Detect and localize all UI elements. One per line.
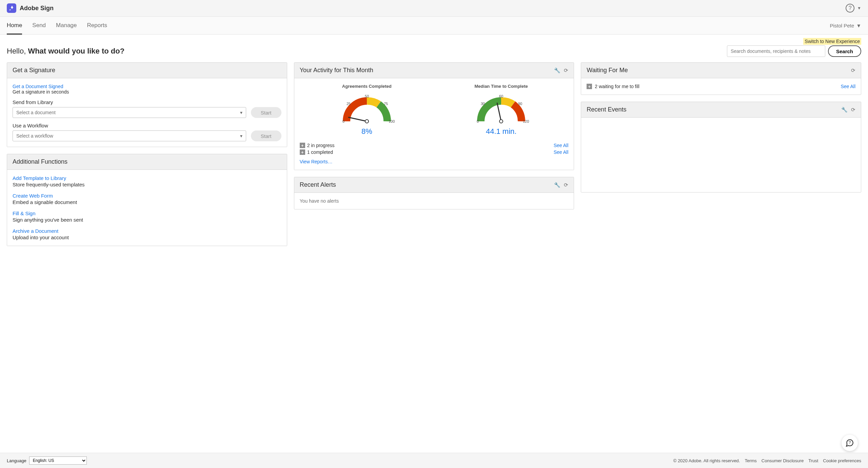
select-workflow-value: Select a workflow [16, 133, 53, 139]
refresh-icon[interactable]: ⟳ [564, 182, 568, 188]
select-document-row: Select a document ▾ Start [13, 107, 281, 118]
gauges: Agreements Completed 0 25 50 75 [300, 84, 569, 136]
panel-waiting: Waiting For Me ⟳ + 2 waiting for me to f… [581, 62, 861, 95]
user-menu[interactable]: Pistol Pete ▼ [830, 23, 861, 28]
activity-progress: + 2 in progress [300, 143, 335, 148]
panel-waiting-tools: ⟳ [851, 67, 855, 74]
panel-events-body [581, 118, 861, 192]
svg-text:25: 25 [347, 102, 351, 106]
select-workflow-row: Select a workflow ▾ Start [13, 130, 281, 141]
gauge-agreements-value: 8% [336, 127, 397, 136]
switch-experience-link[interactable]: Switch to New Experience [803, 38, 861, 45]
func-add-template: Add Template to Library Store frequently… [13, 175, 281, 187]
archive-desc: Upload into your account [13, 235, 281, 240]
panel-additional-header: Additional Functions [7, 154, 287, 170]
panel-signature: Get a Signature Get a Document Signed Ge… [7, 62, 287, 147]
create-webform-desc: Embed a signable document [13, 199, 281, 205]
get-document-signed-link[interactable]: Get a Document Signed [13, 84, 281, 89]
topbar-caret-icon[interactable]: ▼ [857, 6, 861, 11]
search-input[interactable] [727, 45, 825, 57]
gauge-median: Median Time to Complete 0 30 60 90 [471, 84, 532, 136]
get-document-signed-desc: Get a signature in seconds [13, 89, 281, 95]
plus-icon[interactable]: + [300, 143, 305, 148]
nav-tab-manage[interactable]: Manage [56, 17, 77, 34]
archive-link[interactable]: Archive a Document [13, 228, 281, 234]
panel-waiting-title: Waiting For Me [587, 67, 628, 74]
col-right: Waiting For Me ⟳ + 2 waiting for me to f… [581, 62, 861, 192]
switch-bar: Switch to New Experience [7, 39, 861, 44]
select-document[interactable]: Select a document ▾ [13, 107, 246, 118]
navbar: Home Send Manage Reports Pistol Pete ▼ [0, 17, 868, 35]
greeting-prefix: Hello, [7, 47, 26, 55]
search-button[interactable]: Search [828, 45, 861, 57]
nav-tabs: Home Send Manage Reports [7, 17, 107, 34]
waiting-row: + 2 waiting for me to fill See All [587, 84, 855, 89]
svg-text:0: 0 [342, 119, 344, 123]
panel-additional-title: Additional Functions [13, 158, 67, 165]
activity-progress-text: 2 in progress [307, 143, 335, 148]
svg-line-7 [497, 103, 501, 121]
svg-text:0: 0 [477, 119, 479, 123]
nav-tab-reports[interactable]: Reports [87, 17, 107, 34]
panel-signature-title: Get a Signature [13, 67, 55, 74]
gauge-agreements-chart: 0 25 50 75 100 [336, 91, 397, 125]
help-icon[interactable]: ? [846, 4, 854, 13]
fill-sign-desc: Sign anything you've been sent [13, 217, 281, 223]
waiting-see-all-link[interactable]: See All [841, 84, 855, 89]
panel-activity-body: Agreements Completed 0 25 50 75 [294, 78, 574, 170]
plus-icon[interactable]: + [587, 84, 592, 89]
send-from-library-label: Send from Library [13, 99, 281, 105]
gauge-agreements-title: Agreements Completed [336, 84, 397, 89]
select-workflow[interactable]: Select a workflow ▾ [13, 130, 246, 141]
waiting-text: 2 waiting for me to fill [595, 84, 639, 89]
topbar-right: ? ▼ [846, 4, 861, 13]
panel-events-tools: 🔧 ⟳ [841, 107, 855, 113]
svg-text:100: 100 [389, 119, 395, 123]
panel-activity-header: Your Activity for This Month 🔧 ⟳ [294, 63, 574, 78]
nav-tab-send[interactable]: Send [32, 17, 46, 34]
gauge-median-title: Median Time to Complete [471, 84, 532, 89]
panel-events-header: Recent Events 🔧 ⟳ [581, 102, 861, 118]
start-workflow-button[interactable]: Start [251, 130, 281, 141]
see-all-completed-link[interactable]: See All [554, 149, 569, 155]
refresh-icon[interactable]: ⟳ [564, 67, 568, 74]
panel-signature-header: Get a Signature [7, 63, 287, 78]
panel-waiting-body: + 2 waiting for me to fill See All [581, 78, 861, 95]
brand-name: Adobe Sign [20, 5, 54, 12]
chevron-down-icon: ▼ [856, 23, 861, 28]
refresh-icon[interactable]: ⟳ [851, 107, 855, 113]
topbar: Adobe Sign ? ▼ [0, 0, 868, 17]
wrench-icon[interactable]: 🔧 [554, 182, 560, 188]
nav-tab-home[interactable]: Home [7, 17, 22, 34]
brand: Adobe Sign [7, 3, 54, 13]
add-template-link[interactable]: Add Template to Library [13, 175, 281, 181]
main: Switch to New Experience Hello, What wou… [0, 35, 868, 273]
svg-text:75: 75 [384, 102, 388, 106]
see-all-progress-link[interactable]: See All [554, 143, 569, 148]
greeting-row: Hello, What would you like to do? Search [7, 45, 861, 57]
svg-text:90: 90 [518, 102, 522, 106]
svg-point-1 [365, 120, 369, 123]
create-webform-link[interactable]: Create Web Form [13, 193, 281, 199]
brand-logo [7, 3, 16, 13]
view-reports-link[interactable]: View Reports… [300, 159, 569, 164]
use-workflow-label: Use a Workflow [13, 123, 281, 128]
func-archive: Archive a Document Upload into your acco… [13, 228, 281, 240]
activity-right: See All See All [554, 143, 569, 155]
alerts-empty-text: You have no alerts [300, 198, 339, 204]
fill-sign-link[interactable]: Fill & Sign [13, 210, 281, 216]
col-left: Get a Signature Get a Document Signed Ge… [7, 62, 287, 246]
panel-alerts-body: You have no alerts [294, 193, 574, 209]
panel-additional-body: Add Template to Library Store frequently… [7, 170, 287, 246]
wrench-icon[interactable]: 🔧 [841, 107, 848, 113]
svg-text:120: 120 [523, 119, 529, 123]
panel-alerts: Recent Alerts 🔧 ⟳ You have no alerts [294, 177, 574, 209]
refresh-icon[interactable]: ⟳ [851, 67, 855, 74]
svg-text:50: 50 [365, 94, 369, 98]
start-document-button[interactable]: Start [251, 107, 281, 118]
greeting: Hello, What would you like to do? [7, 47, 124, 56]
activity-rows: + 2 in progress + 1 completed See All Se… [300, 143, 569, 155]
plus-icon[interactable]: + [300, 149, 305, 155]
col-mid: Your Activity for This Month 🔧 ⟳ Agreeme… [294, 62, 574, 209]
wrench-icon[interactable]: 🔧 [554, 67, 560, 74]
